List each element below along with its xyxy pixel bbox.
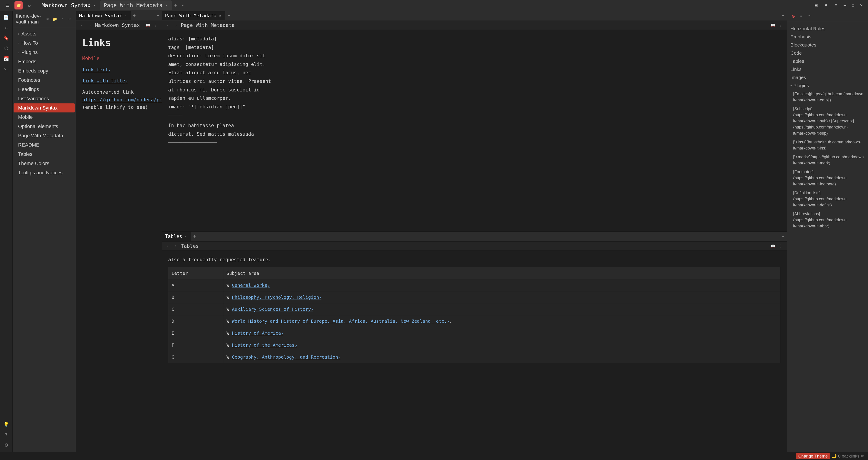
new-file-button[interactable]: ✏ (44, 16, 51, 22)
sort-button[interactable]: ↕ (59, 16, 65, 22)
bookmarks-icon[interactable]: 🔖 (2, 33, 11, 42)
close-button[interactable]: ✕ (858, 2, 864, 8)
pane-tab-close-icon[interactable]: ✕ (124, 14, 127, 18)
sidebar-item-readme[interactable]: README (13, 140, 75, 150)
forward-button[interactable]: › (87, 22, 93, 28)
outline-item-plugins[interactable]: ▾ Plugins (787, 81, 868, 90)
pane-tab-tables[interactable]: Tables ✕ (162, 232, 191, 241)
cell-letter: C (168, 303, 223, 315)
pane-add-tab-button[interactable]: + (131, 12, 138, 20)
pane-tab-close-icon[interactable]: ✕ (184, 235, 188, 238)
pane-tab-markdown-syntax[interactable]: Markdown Syntax ✕ (76, 11, 131, 20)
new-folder-button[interactable]: 📁 (52, 16, 58, 22)
outline-item-mark[interactable]: [\<mark>](https://github.com/markdown-it… (787, 153, 868, 168)
search-icon[interactable]: ⌕ (2, 23, 11, 32)
hash-icon[interactable]: # (822, 1, 830, 9)
outline-item-emphasis[interactable]: Emphasis (787, 33, 868, 41)
sidebar-item-label: Optional elements (18, 124, 58, 129)
outline-item-blockquotes[interactable]: Blockquotes (787, 41, 868, 49)
pane-tab-page-metadata[interactable]: Page With Metadata ✕ (162, 11, 225, 20)
back-button[interactable]: ‹ (164, 22, 171, 28)
sidebar-item-footnotes[interactable]: Footnotes (13, 76, 75, 85)
files-icon[interactable]: 📄 (2, 13, 11, 22)
table-link[interactable]: Auxiliary Sciences of History (232, 306, 313, 312)
community-icon[interactable]: 💡 (2, 420, 11, 429)
menu-icon[interactable]: ≡ (832, 1, 840, 9)
outline-item-horizontal-rules[interactable]: Horizontal Rules (787, 25, 868, 33)
panel-menu-icon[interactable]: ≡ (806, 13, 813, 20)
layout-icon[interactable]: ⊞ (812, 1, 820, 9)
sidebar-toggle-icon[interactable]: ☰ (4, 1, 12, 9)
tab-markdown-syntax[interactable]: Markdown Syntax ✕ (38, 0, 100, 10)
help-icon[interactable]: ? (2, 430, 11, 439)
sidebar-item-optional[interactable]: Optional elements (13, 122, 75, 131)
pane-add-tab-button[interactable]: + (191, 233, 198, 240)
sidebar-item-tooltips[interactable]: Tooltips and Notices (13, 168, 75, 177)
pane-tab-close-icon[interactable]: ✕ (218, 14, 222, 18)
outline-item-images[interactable]: Images (787, 73, 868, 81)
sidebar-item-theme-colors[interactable]: Theme Colors (13, 159, 75, 168)
sidebar-item-list-variations[interactable]: List Variations (13, 94, 75, 103)
pane-tabs-dropdown-button[interactable]: ▾ (779, 233, 786, 240)
tab-close-icon[interactable]: ✕ (92, 3, 96, 7)
panel-hash-icon[interactable]: # (798, 13, 804, 20)
tab-close-icon[interactable]: ✕ (164, 3, 168, 7)
table-link[interactable]: Philosophy. Psychology. Religion (232, 294, 321, 300)
sidebar-item-assets[interactable]: › Assets (13, 29, 75, 38)
sidebar-item-markdown-syntax[interactable]: Markdown Syntax (13, 103, 75, 112)
reading-mode-icon[interactable]: 📖 (770, 243, 776, 249)
backlinks-count[interactable]: 0 backlinks (838, 454, 860, 459)
terminal-icon[interactable]: >_ (2, 65, 11, 74)
table-link[interactable]: History of America (232, 330, 283, 336)
outline-item-code[interactable]: Code (787, 49, 868, 57)
sidebar-item-embeds-copy[interactable]: Embeds copy (13, 66, 75, 75)
maximize-button[interactable]: □ (850, 2, 856, 8)
sidebar-item-page-metadata[interactable]: Page With Metadata (13, 131, 75, 140)
table-link[interactable]: History of the Americas (232, 342, 297, 348)
open-file-icon[interactable]: 📁 (14, 1, 23, 9)
table-link[interactable]: World History and History of Europe, Asi… (232, 319, 450, 324)
sidebar-item-howto[interactable]: › How To (13, 39, 75, 47)
sidebar-item-tables[interactable]: Tables (13, 150, 75, 159)
outline-item-subscript[interactable]: [Subscript](https://github.com/markdown-… (787, 104, 868, 138)
pane-tabs-dropdown-button[interactable]: ▾ (779, 12, 786, 20)
outline-item-footnotes[interactable]: [Footnotes](https://github.com/markdown-… (787, 168, 868, 189)
search-bar-icon[interactable]: ⌕ (25, 1, 33, 9)
change-theme-button[interactable]: Change Theme 🌙 0 backlinks ✏ (796, 453, 864, 459)
table-link[interactable]: Geography, Anthropology, and Recreation (232, 354, 340, 360)
graph-icon[interactable]: ⬡ (2, 44, 11, 53)
pane-add-tab-button[interactable]: + (225, 12, 232, 20)
link2[interactable]: link with title (82, 78, 127, 84)
minimize-button[interactable]: ─ (842, 2, 848, 8)
forward-button[interactable]: › (173, 22, 179, 28)
back-button[interactable]: ‹ (164, 243, 171, 249)
pane-tabs-dropdown-button[interactable]: ▾ (154, 12, 162, 20)
outline-item-links[interactable]: Links (787, 65, 868, 73)
outline-item-tables[interactable]: Tables (787, 57, 868, 65)
more-options-icon[interactable]: ⋮ (778, 243, 784, 249)
settings-icon[interactable]: ⚙ (2, 440, 11, 450)
status-badge[interactable]: Change Theme (796, 453, 830, 459)
close-sidebar-button[interactable]: ✕ (66, 16, 72, 22)
outline-item-ins[interactable]: [\<ins>](https://github.com/markdown-it/… (787, 138, 868, 153)
reading-mode-icon[interactable]: 📖 (770, 22, 776, 28)
back-button[interactable]: ‹ (79, 22, 85, 28)
sidebar-item-plugins[interactable]: › Plugins (13, 48, 75, 57)
sidebar-item-mobile[interactable]: Mobile (13, 113, 75, 122)
more-options-icon[interactable]: ⋮ (778, 22, 784, 28)
tabs-dropdown-button[interactable]: ▾ (179, 2, 186, 9)
sidebar-item-embeds[interactable]: Embeds (13, 57, 75, 66)
new-tab-button[interactable]: + (172, 2, 179, 9)
autoconverted-link[interactable]: https://github.com/nodeca/pica (82, 97, 162, 102)
table-link[interactable]: General Works (232, 283, 270, 288)
sidebar-item-headings[interactable]: Headings (13, 85, 75, 94)
link1[interactable]: link text (82, 67, 110, 72)
reading-mode-icon[interactable]: 📖 (145, 22, 151, 28)
outline-item-deflist[interactable]: [Definition lists](https://github.com/ma… (787, 189, 868, 209)
tab-page-metadata[interactable]: Page With Metadata ✕ (100, 0, 172, 10)
more-options-icon[interactable]: ⋮ (153, 22, 159, 28)
outline-item-emojies[interactable]: [Emojies](https://github.com/markdown-it… (787, 90, 868, 104)
calendar-icon[interactable]: 📅 (2, 54, 11, 63)
outline-item-abbr[interactable]: [Abbreviations](https://github.com/markd… (787, 209, 868, 231)
forward-button[interactable]: › (173, 243, 179, 249)
